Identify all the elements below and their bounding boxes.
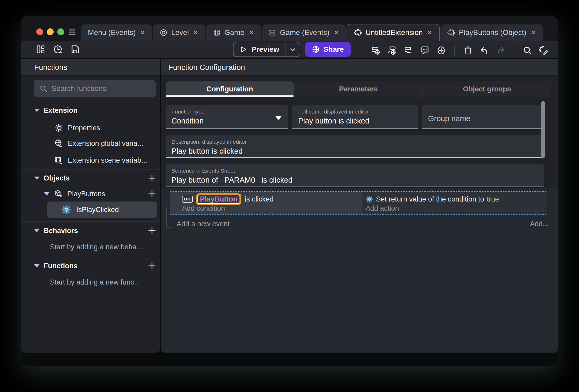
preview-options-button[interactable] <box>286 42 300 56</box>
tree-section-functions[interactable]: Functions <box>21 258 160 274</box>
save-icon[interactable] <box>70 45 80 54</box>
version-history-icon[interactable] <box>53 45 63 54</box>
add-condition-button[interactable]: Add condition <box>182 204 225 213</box>
behaviors-empty-hint[interactable]: Start by adding a new beha... <box>21 239 160 255</box>
caret-down-icon[interactable] <box>34 109 39 112</box>
full-name-field[interactable]: Full name displayed in editor <box>292 105 418 129</box>
delete-icon[interactable] <box>463 46 473 55</box>
functions-sidebar: Functions Extension Properties Extension… <box>21 59 160 353</box>
condition-function-icon: ? <box>61 204 72 215</box>
conditions-column[interactable]: OK PlayButton is clicked Add condition <box>170 192 362 214</box>
fullscreen-window-button[interactable] <box>57 28 64 35</box>
tab-playbuttons-object[interactable]: PlayButtons (Object) ✕ <box>440 24 543 41</box>
tree-section-extension[interactable]: Extension <box>21 102 160 118</box>
add-comment-icon[interactable] <box>420 46 430 55</box>
field-row: Function type Condition Full name displa… <box>166 105 542 129</box>
tree-item-isplayclicked-selected[interactable]: ? IsPlayClicked <box>47 202 157 218</box>
undo-icon[interactable] <box>480 46 489 55</box>
tab-menu-events[interactable]: Menu (Events) ✕ <box>81 24 152 41</box>
svg-text:?: ? <box>65 207 68 213</box>
scene-variable-icon <box>54 156 63 165</box>
toggle-event-icon[interactable] <box>436 46 446 55</box>
vertical-scrollbar[interactable] <box>541 101 545 158</box>
tab-object-groups[interactable]: Object groups <box>423 81 551 97</box>
sentence-input[interactable] <box>171 176 538 184</box>
caret-down-icon[interactable] <box>44 192 49 195</box>
caret-down-icon[interactable] <box>34 229 39 232</box>
toolbar-left-group <box>36 45 80 54</box>
tab-configuration[interactable]: Configuration <box>166 81 294 97</box>
globe-icon <box>312 45 320 53</box>
add-action-button[interactable]: Add action <box>365 204 399 213</box>
preview-button-main[interactable]: Preview <box>233 42 286 56</box>
event-row-selected[interactable]: OK PlayButton is clicked Add condition S… <box>170 191 546 215</box>
return-value-gear-icon <box>365 195 373 203</box>
preview-label: Preview <box>251 45 279 54</box>
functions-empty-hint[interactable]: Start by adding a new func... <box>21 274 160 290</box>
tree-item-properties[interactable]: Properties <box>21 120 160 136</box>
close-tab-icon[interactable]: ✕ <box>427 29 432 36</box>
actions-column[interactable]: Set return value of the condition to tru… <box>362 192 546 214</box>
tree-item-label: IsPlayClicked <box>76 206 119 214</box>
toolbar-right-group <box>371 45 548 56</box>
sentence-field[interactable]: Sentence in Events Sheet <box>166 164 544 187</box>
tree-item-extension-global-variables[interactable]: Extension global varia... <box>21 135 160 152</box>
group-name-field[interactable] <box>422 105 542 129</box>
search-functions-input[interactable] <box>52 84 146 93</box>
open-panels-icon[interactable] <box>36 45 45 54</box>
caret-down-icon[interactable] <box>34 177 39 180</box>
chevron-down-icon <box>290 46 296 53</box>
events-sheet: OK PlayButton is clicked Add condition S… <box>161 188 558 353</box>
object-parameter-chip[interactable]: PlayButton <box>197 195 240 204</box>
add-behavior-button[interactable] <box>148 226 156 235</box>
main-menu-icon[interactable] <box>67 28 77 36</box>
condition-instruction[interactable]: OK PlayButton is clicked <box>182 194 274 205</box>
tab-game-events[interactable]: Game (Events) ✕ <box>262 24 346 41</box>
description-input[interactable] <box>171 147 538 156</box>
add-new-event-button[interactable]: Add a new event <box>177 220 230 228</box>
add-object-button[interactable] <box>148 174 156 183</box>
tree-section-objects[interactable]: Objects <box>21 170 160 186</box>
sidebar-title: Functions <box>34 63 67 72</box>
search-events-icon[interactable] <box>523 46 532 55</box>
function-type-select[interactable]: Function type Condition <box>166 105 288 129</box>
add-function-button[interactable] <box>148 261 156 270</box>
close-tab-icon[interactable]: ✕ <box>140 29 145 36</box>
add-more-button[interactable]: Add... <box>530 220 548 228</box>
preview-button[interactable]: Preview <box>233 42 300 57</box>
description-field[interactable]: Description, displayed in editor <box>166 135 544 158</box>
minimize-window-button[interactable] <box>47 28 54 35</box>
field-label: Full name displayed in editor <box>298 109 412 115</box>
tree-section-behaviors[interactable]: Behaviors <box>21 223 160 239</box>
edit-extension-icon[interactable] <box>539 46 548 55</box>
close-tab-icon[interactable]: ✕ <box>248 29 254 36</box>
tree-item-label: Extension global varia... <box>68 140 143 148</box>
redo-icon[interactable] <box>496 46 505 55</box>
share-button[interactable]: Share <box>305 42 351 57</box>
tab-level[interactable]: Level ✕ <box>153 24 205 41</box>
tab-label: Menu (Events) <box>88 28 136 37</box>
group-name-input[interactable] <box>428 114 536 123</box>
action-instruction[interactable]: Set return value of the condition to tru… <box>365 194 499 205</box>
window-controls <box>36 28 64 35</box>
search-functions-box[interactable] <box>34 80 156 97</box>
close-tab-icon[interactable]: ✕ <box>531 29 536 36</box>
tab-parameters[interactable]: Parameters <box>294 81 422 97</box>
tree-item-extension-scene-variables[interactable]: Extension scene variab... <box>21 152 160 168</box>
tab-untitled-extension[interactable]: UntitledExtension ✕ <box>347 24 440 41</box>
tab-label: Parameters <box>339 85 378 93</box>
editor-tabs: Menu (Events) ✕ Level ✕ Game ✕ Game (Eve… <box>81 24 543 41</box>
close-window-button[interactable] <box>36 28 43 35</box>
add-event-icon[interactable] <box>371 46 381 55</box>
tab-label: Level <box>171 28 189 37</box>
close-tab-icon[interactable]: ✕ <box>193 29 198 36</box>
close-tab-icon[interactable]: ✕ <box>334 29 339 36</box>
add-other-event-icon[interactable] <box>404 46 413 55</box>
full-name-input[interactable] <box>298 117 412 125</box>
add-object-function-button[interactable] <box>148 189 156 198</box>
function-configuration-panel: Function Configuration Configuration Par… <box>161 59 558 353</box>
tree-item-playbuttons[interactable]: 2D PlayButtons <box>21 186 160 202</box>
tab-game[interactable]: Game ✕ <box>206 24 261 41</box>
caret-down-icon[interactable] <box>34 264 39 267</box>
add-subevent-icon[interactable] <box>388 46 397 55</box>
